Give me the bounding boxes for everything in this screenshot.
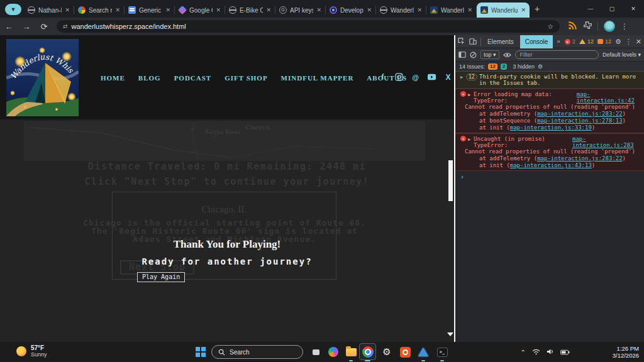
maximize-button[interactable]: ▢ bbox=[601, 0, 623, 18]
facebook-icon[interactable]: f bbox=[379, 73, 387, 81]
threads-icon[interactable]: @ bbox=[411, 73, 419, 81]
browser-tab[interactable]: Developers ✕ bbox=[326, 3, 375, 18]
tab-close-icon[interactable]: ✕ bbox=[467, 7, 472, 13]
reload-button[interactable]: ⟳ bbox=[35, 22, 53, 31]
tab-search-button[interactable]: ▼ bbox=[5, 4, 21, 15]
tab-close-icon[interactable]: ✕ bbox=[521, 7, 526, 13]
profile-avatar[interactable] bbox=[604, 21, 615, 32]
source-link[interactable]: map-interaction.js:283:22 bbox=[537, 111, 622, 117]
ubuntu-button[interactable] bbox=[399, 346, 411, 358]
console-sidebar-icon[interactable] bbox=[458, 51, 466, 58]
minimize-button[interactable]: — bbox=[580, 0, 601, 18]
devtools-settings-icon[interactable]: ⚙ bbox=[615, 38, 621, 46]
tab-close-icon[interactable]: ✕ bbox=[115, 7, 120, 13]
browser-tab[interactable]: Generic no ✕ bbox=[125, 3, 174, 18]
new-tab-button[interactable]: + bbox=[535, 4, 540, 14]
terminal-button[interactable]: >_ bbox=[436, 346, 448, 358]
device-toolbar-icon[interactable] bbox=[469, 38, 477, 45]
site-logo[interactable]: Wanderlust Whisperz bbox=[6, 39, 79, 116]
back-button[interactable]: ← bbox=[0, 22, 18, 31]
wifi-icon[interactable] bbox=[532, 346, 540, 358]
rss-extension-icon[interactable] bbox=[568, 21, 577, 32]
browser-tab[interactable]: Google Ge ✕ bbox=[175, 3, 225, 18]
live-expression-eye-icon[interactable] bbox=[503, 52, 511, 58]
devtools-menu-icon[interactable]: ⋮ bbox=[625, 38, 632, 46]
source-link[interactable]: map-interaction.js:278:13 bbox=[537, 118, 622, 124]
copilot-button[interactable] bbox=[327, 346, 340, 358]
nav-home[interactable]: HOME bbox=[101, 74, 125, 82]
source-link[interactable]: map-interaction.js:42 bbox=[577, 91, 640, 104]
expand-caret-icon[interactable]: ▶ bbox=[460, 74, 463, 80]
nav-gift-shop[interactable]: GIFT SHOP bbox=[225, 74, 267, 82]
settings-button[interactable]: ⚙ bbox=[380, 346, 393, 358]
browser-tab[interactable]: Wanderlus ✕ bbox=[426, 3, 476, 18]
console-warning-row[interactable]: ▶ 12 Third-party cookie will be blocked.… bbox=[455, 72, 644, 89]
clear-console-icon[interactable] bbox=[470, 52, 477, 58]
browser-tab[interactable]: Nathan-H2 ✕ bbox=[24, 3, 74, 18]
tab-close-icon[interactable]: ✕ bbox=[65, 7, 70, 13]
url-text[interactable]: wanderlustwhisperz.space/index.html bbox=[72, 23, 543, 30]
scrollbar-down-arrow-icon[interactable] bbox=[447, 332, 453, 336]
close-button[interactable]: ✕ bbox=[623, 0, 644, 18]
nav-mindful-mapper[interactable]: MINDFUL MAPPER bbox=[281, 74, 354, 82]
context-selector[interactable]: top ▾ bbox=[480, 50, 499, 59]
expand-caret-icon[interactable]: ▶ bbox=[468, 92, 470, 98]
tab-close-icon[interactable]: ✕ bbox=[216, 7, 221, 13]
source-link[interactable]: map-interaction.js:43:13 bbox=[510, 162, 592, 168]
page-scrollbar-thumb[interactable] bbox=[448, 160, 453, 201]
battery-icon[interactable] bbox=[560, 346, 570, 358]
default-levels-dropdown[interactable]: Default levels ▾ bbox=[602, 52, 641, 58]
devtools-close-icon[interactable]: ✕ bbox=[636, 38, 641, 46]
instagram-icon[interactable] bbox=[395, 73, 403, 81]
file-explorer-button[interactable] bbox=[345, 346, 357, 358]
volume-icon[interactable] bbox=[547, 346, 554, 358]
issues-label[interactable]: 14 Issues: bbox=[459, 63, 485, 70]
issues-count[interactable]: 12 bbox=[597, 38, 611, 45]
console-prompt[interactable]: › bbox=[455, 171, 644, 184]
issues-settings-icon[interactable]: ⚙ bbox=[538, 63, 543, 70]
browser-tab[interactable]: Search res ✕ bbox=[74, 3, 124, 18]
browser-menu-icon[interactable]: ⋮ bbox=[621, 22, 628, 31]
hidden-messages-label[interactable]: 3 hidden bbox=[513, 63, 535, 70]
more-tabs-icon[interactable]: » bbox=[557, 38, 558, 45]
browser-tab-active[interactable]: Wanderlus ✕ bbox=[477, 3, 530, 18]
inspect-element-icon[interactable] bbox=[458, 38, 465, 45]
expand-caret-icon[interactable]: ▶ bbox=[468, 136, 470, 143]
task-view-button[interactable] bbox=[309, 346, 322, 358]
tab-close-icon[interactable]: ✕ bbox=[266, 7, 271, 13]
tab-elements[interactable]: Elements bbox=[485, 38, 516, 45]
blue-arrow-app-button[interactable] bbox=[417, 346, 430, 358]
x-twitter-icon[interactable]: X bbox=[444, 73, 452, 81]
extensions-puzzle-icon[interactable] bbox=[583, 21, 592, 32]
weather-widget[interactable]: 57°F Sunny bbox=[16, 344, 47, 358]
console-error-row[interactable]: ✕ ▶ Error loading map data: TypeError: m… bbox=[455, 89, 644, 133]
taskbar-clock[interactable]: 1:26 PM 3/12/2026 bbox=[613, 345, 639, 359]
browser-tab[interactable]: E-Bike Con ✕ bbox=[225, 3, 275, 18]
nav-podcast[interactable]: PODCAST bbox=[174, 74, 212, 82]
tab-close-icon[interactable]: ✕ bbox=[316, 7, 321, 13]
tab-close-icon[interactable]: ✕ bbox=[367, 7, 372, 13]
taskbar-search[interactable]: Search bbox=[211, 345, 303, 359]
tab-close-icon[interactable]: ✕ bbox=[165, 7, 170, 13]
console-filter-input[interactable] bbox=[515, 50, 599, 59]
site-settings-icon[interactable]: ⇄ bbox=[63, 23, 67, 30]
browser-tab[interactable]: G API keys | G ✕ bbox=[275, 3, 325, 18]
tab-console[interactable]: Console bbox=[520, 35, 553, 48]
source-link[interactable]: map-interaction.js:33:19 bbox=[510, 124, 592, 131]
tray-chevron-icon[interactable]: ⌃ bbox=[521, 349, 526, 356]
nav-blog[interactable]: BLOG bbox=[138, 74, 161, 82]
source-link[interactable]: map-interaction.js:283 bbox=[572, 136, 640, 148]
address-bar[interactable]: ⇄ wanderlustwhisperz.space/index.html ☆ bbox=[57, 20, 560, 33]
forward-button[interactable]: → bbox=[18, 22, 35, 31]
browser-tab[interactable]: Wanderlus ✕ bbox=[376, 3, 426, 18]
bookmark-star-icon[interactable]: ☆ bbox=[547, 23, 553, 31]
warning-count[interactable]: 12 bbox=[579, 38, 594, 45]
play-again-button[interactable]: Play Again bbox=[137, 272, 185, 282]
tab-close-icon[interactable]: ✕ bbox=[417, 7, 422, 13]
start-button[interactable] bbox=[196, 347, 206, 357]
error-count[interactable]: ✕ 2 bbox=[565, 38, 575, 45]
console-error-row[interactable]: ✕ ▶ Uncaught (in promise) TypeError: map… bbox=[455, 133, 644, 171]
youtube-icon[interactable] bbox=[428, 73, 436, 81]
chrome-button[interactable] bbox=[362, 346, 374, 358]
source-link[interactable]: map-interaction.js:283:22 bbox=[537, 155, 622, 162]
